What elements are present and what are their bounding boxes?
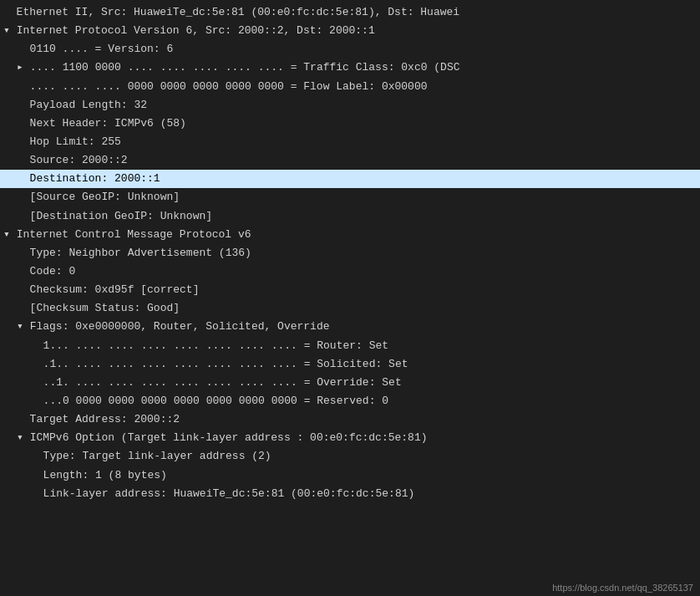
icmpv6-checksum: Checksum: 0xd95f [correct]: [0, 281, 700, 299]
ipv6-version-text: 0110 .... = Version: 6: [30, 41, 174, 58]
ipv6-header: ▾ Internet Protocol Version 6, Src: 2000…: [0, 22, 700, 40]
no-arrow: [30, 467, 43, 484]
icmpv6-type-text: Type: Neighbor Advertisement (136): [30, 245, 251, 262]
icmpv6-option-link-layer: Link-layer address: HuaweiTe_dc:5e:81 (0…: [0, 485, 700, 503]
icmpv6-checksum-text: Checksum: 0xd95f [correct]: [30, 282, 200, 298]
ipv6-next-header-text: Next Header: ICMPv6 (58): [30, 115, 186, 132]
icmpv6-flags-router: 1... .... .... .... .... .... .... .... …: [0, 337, 700, 355]
expand-arrow[interactable]: ▾: [17, 318, 30, 335]
ipv6-hop-limit-text: Hop Limit: 255: [30, 134, 121, 150]
icmpv6-flags-reserved: ...0 0000 0000 0000 0000 0000 0000 0000 …: [0, 392, 700, 410]
ipv6-destination: Destination: 2000::1: [0, 170, 700, 188]
ipv6-dst-geoip-text: [Destination GeoIP: Unknown]: [30, 208, 212, 225]
icmpv6-option-type-text: Type: Target link-layer address (2): [43, 448, 271, 465]
no-arrow: [17, 263, 30, 280]
no-arrow: [17, 282, 30, 298]
no-arrow: [17, 152, 30, 169]
icmpv6-type: Type: Neighbor Advertisement (136): [0, 244, 700, 262]
icmpv6-checksum-status: [Checksum Status: Good]: [0, 299, 700, 318]
no-arrow: [17, 411, 30, 428]
collapse-arrow[interactable]: ▸: [17, 59, 30, 76]
ethernet-header: Ethernet II, Src: HuaweiTe_dc:5e:81 (00:…: [0, 3, 700, 22]
ipv6-dst-geoip: [Destination GeoIP: Unknown]: [0, 207, 700, 226]
ethernet-header-text: Ethernet II, Src: HuaweiTe_dc:5e:81 (00:…: [17, 4, 460, 21]
icmpv6-header-text: Internet Control Message Protocol v6: [17, 227, 251, 243]
no-arrow: [17, 245, 30, 262]
ipv6-destination-text: Destination: 2000::1: [30, 171, 160, 187]
expand-arrow[interactable]: ▾: [3, 227, 17, 243]
watermark: https://blog.csdn.net/qq_38265137: [552, 583, 693, 593]
icmpv6-option-header: ▾ ICMPv6 Option (Target link-layer addre…: [0, 429, 700, 447]
ipv6-hop-limit: Hop Limit: 255: [0, 133, 700, 151]
ipv6-flow-label: .... .... .... 0000 0000 0000 0000 0000 …: [0, 78, 700, 96]
icmpv6-flags-override: ..1. .... .... .... .... .... .... .... …: [0, 374, 700, 392]
icmpv6-flags-router-text: 1... .... .... .... .... .... .... .... …: [43, 338, 388, 354]
ipv6-source: Source: 2000::2: [0, 151, 700, 170]
no-arrow: [30, 486, 43, 502]
no-arrow: [17, 97, 30, 114]
no-arrow: [30, 448, 43, 465]
no-arrow: [30, 338, 43, 354]
no-arrow: [3, 4, 17, 21]
icmpv6-target-address: Target Address: 2000::2: [0, 410, 700, 429]
icmpv6-flags-solicited: .1.. .... .... .... .... .... .... .... …: [0, 355, 700, 374]
icmpv6-header: ▾ Internet Control Message Protocol v6: [0, 226, 700, 244]
no-arrow: [17, 300, 30, 317]
no-arrow: [17, 134, 30, 150]
icmpv6-flags-text: Flags: 0xe0000000, Router, Solicited, Ov…: [30, 318, 330, 335]
icmpv6-flags-reserved-text: ...0 0000 0000 0000 0000 0000 0000 0000 …: [43, 393, 388, 410]
no-arrow: [30, 356, 43, 373]
icmpv6-checksum-status-text: [Checksum Status: Good]: [30, 300, 180, 317]
ipv6-traffic-class-text: .... 1100 0000 .... .... .... .... .... …: [30, 59, 460, 76]
icmpv6-option-type: Type: Target link-layer address (2): [0, 447, 700, 466]
icmpv6-flags-override-text: ..1. .... .... .... .... .... .... .... …: [43, 374, 402, 391]
expand-arrow[interactable]: ▾: [3, 23, 17, 39]
no-arrow: [17, 115, 30, 132]
no-arrow: [17, 41, 30, 58]
icmpv6-code: Code: 0: [0, 262, 700, 281]
ipv6-traffic-class: ▸ .... 1100 0000 .... .... .... .... ...…: [0, 59, 700, 77]
icmpv6-option-length-text: Length: 1 (8 bytes): [43, 467, 167, 484]
no-arrow: [17, 189, 30, 206]
icmpv6-option-header-text: ICMPv6 Option (Target link-layer address…: [30, 430, 428, 446]
ipv6-src-geoip: [Source GeoIP: Unknown]: [0, 188, 700, 206]
no-arrow: [30, 393, 43, 410]
icmpv6-flags: ▾ Flags: 0xe0000000, Router, Solicited, …: [0, 318, 700, 336]
ipv6-payload-length: Payload Length: 32: [0, 96, 700, 115]
expand-arrow[interactable]: ▾: [17, 430, 30, 446]
no-arrow: [30, 374, 43, 391]
icmpv6-option-length: Length: 1 (8 bytes): [0, 466, 700, 485]
ipv6-src-geoip-text: [Source GeoIP: Unknown]: [30, 189, 180, 206]
ipv6-header-text: Internet Protocol Version 6, Src: 2000::…: [17, 23, 375, 39]
ipv6-source-text: Source: 2000::2: [30, 152, 128, 169]
icmpv6-flags-solicited-text: .1.. .... .... .... .... .... .... .... …: [43, 356, 408, 373]
ipv6-payload-length-text: Payload Length: 32: [30, 97, 147, 114]
icmpv6-code-text: Code: 0: [30, 263, 76, 280]
no-arrow: [17, 171, 30, 187]
icmpv6-target-address-text: Target Address: 2000::2: [30, 411, 180, 428]
ipv6-version: 0110 .... = Version: 6: [0, 40, 700, 59]
ipv6-next-header: Next Header: ICMPv6 (58): [0, 115, 700, 133]
no-arrow: [17, 208, 30, 225]
ipv6-flow-label-text: .... .... .... 0000 0000 0000 0000 0000 …: [30, 79, 428, 95]
no-arrow: [17, 79, 30, 95]
packet-tree: Ethernet II, Src: HuaweiTe_dc:5e:81 (00:…: [0, 0, 700, 507]
icmpv6-option-link-layer-text: Link-layer address: HuaweiTe_dc:5e:81 (0…: [43, 486, 415, 502]
